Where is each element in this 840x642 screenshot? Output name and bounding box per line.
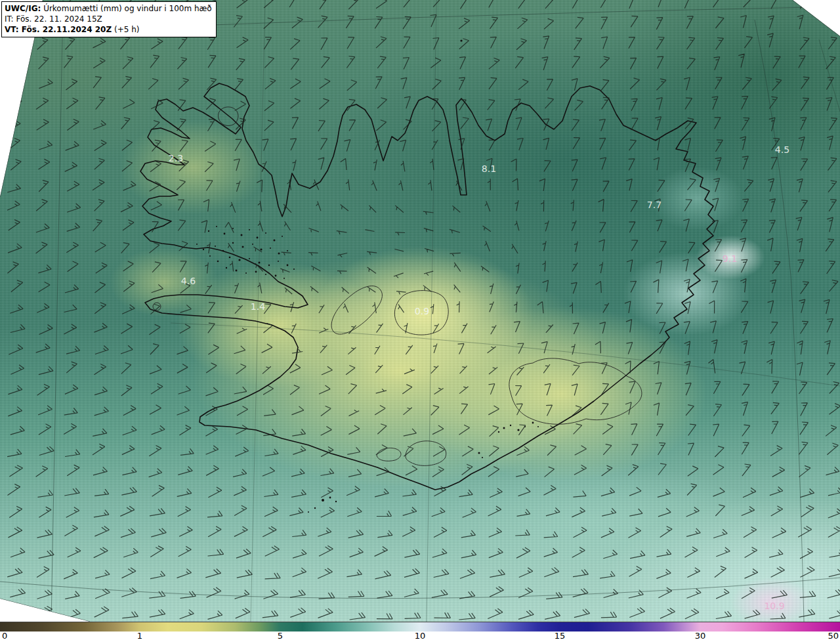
colorbar-tick-label: 15 xyxy=(555,631,566,641)
contour-value-label: 1.4 xyxy=(251,301,265,312)
forecast-image: 2.34.58.17.74.61.40.99.110.9 UWC/IG: Úrk… xyxy=(0,0,840,642)
iceland-coastline xyxy=(140,83,715,490)
colorbar-tick-label: 50 xyxy=(828,631,839,641)
contour-value-label: 2.3 xyxy=(169,153,183,163)
weather-map: 2.34.58.17.74.61.40.99.110.9 xyxy=(0,0,840,622)
map-value-labels: 2.34.58.17.74.61.40.99.110.9 xyxy=(169,144,789,611)
valid-time-offset: (+5 h) xyxy=(114,25,139,34)
map-overlay: 2.34.58.17.74.61.40.99.110.9 xyxy=(0,0,840,622)
local-max-label: 10.9 xyxy=(764,601,784,611)
valid-line: VT: Fös. 22.11.2024 20Z (+5 h) xyxy=(5,24,212,35)
colorbar-gradient xyxy=(0,622,840,631)
contour-value-label: 4.5 xyxy=(775,144,789,155)
colorbar-tick-label: 1 xyxy=(137,631,142,641)
product-line: UWC/IG: Úrkomumætti (mm) og vindur i 100… xyxy=(5,3,212,14)
contour-value-label: 8.1 xyxy=(482,163,496,174)
local-max-label: 9.1 xyxy=(723,253,737,264)
contour-value-label: 0.9 xyxy=(415,306,429,316)
precipitation-colorbar: 01510153050 xyxy=(0,622,840,642)
valid-time: VT: Fös. 22.11.2024 20Z xyxy=(5,25,112,34)
product-title: Úrkomumætti (mm) og vindur i 100m hæð xyxy=(43,4,212,13)
colorbar-tick-label: 30 xyxy=(695,631,706,641)
info-box: UWC/IG: Úrkomumætti (mm) og vindur i 100… xyxy=(1,1,217,37)
contour-value-label: 4.6 xyxy=(181,276,196,286)
contour-value-label: 7.7 xyxy=(647,200,662,210)
product-code: UWC/IG: xyxy=(5,4,41,13)
init-time: IT: Fös. 22. 11. 2024 15Z xyxy=(5,14,212,24)
glacier-outlines xyxy=(153,107,642,465)
colorbar-tick-label: 10 xyxy=(415,631,426,641)
colorbar-tick-labels: 01510153050 xyxy=(0,631,840,642)
colorbar-tick-label: 5 xyxy=(278,631,283,641)
colorbar-tick-label: 0 xyxy=(2,631,7,641)
